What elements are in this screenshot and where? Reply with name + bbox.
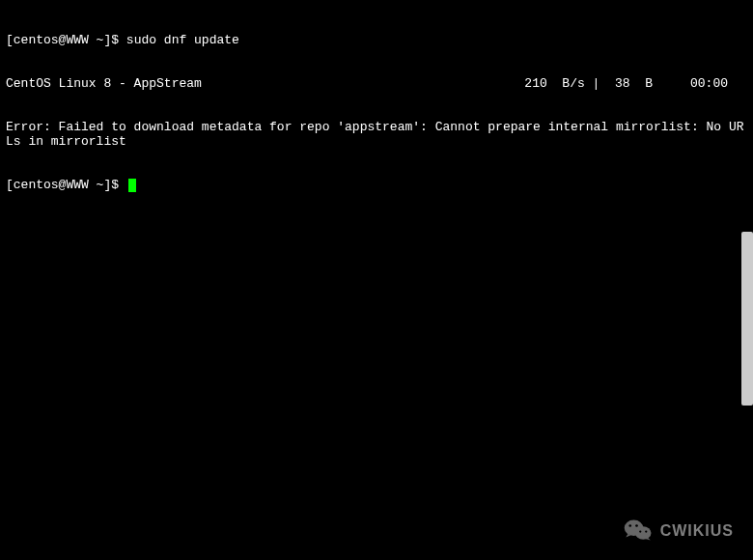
scrollbar-thumb[interactable] bbox=[741, 232, 753, 406]
prompt-1: [centos@WWW ~]$ bbox=[6, 33, 126, 47]
wechat-icon bbox=[624, 518, 653, 543]
command-1-text: sudo dnf update bbox=[126, 33, 239, 47]
repo-status-line: CentOS Linux 8 - AppStream 210 B/s | 38 … bbox=[6, 76, 747, 91]
svg-point-2 bbox=[628, 524, 631, 527]
svg-point-4 bbox=[639, 530, 641, 532]
svg-point-5 bbox=[645, 530, 647, 532]
repo-name: CentOS Linux 8 - AppStream bbox=[6, 76, 202, 91]
repo-speed-info: 210 B/s | 38 B 00:00 bbox=[524, 76, 747, 91]
watermark: CWIKIUS bbox=[624, 518, 734, 543]
svg-point-3 bbox=[635, 524, 638, 527]
command-line-1: [centos@WWW ~]$ sudo dnf update bbox=[6, 33, 747, 47]
command-line-2: [centos@WWW ~]$ bbox=[6, 178, 747, 192]
prompt-2: [centos@WWW ~]$ bbox=[6, 178, 126, 192]
error-message: Error: Failed to download metadata for r… bbox=[6, 120, 747, 149]
svg-point-1 bbox=[635, 526, 652, 540]
cursor-block bbox=[128, 179, 136, 192]
terminal-output[interactable]: [centos@WWW ~]$ sudo dnf update CentOS L… bbox=[0, 0, 753, 210]
watermark-text: CWIKIUS bbox=[660, 523, 734, 538]
